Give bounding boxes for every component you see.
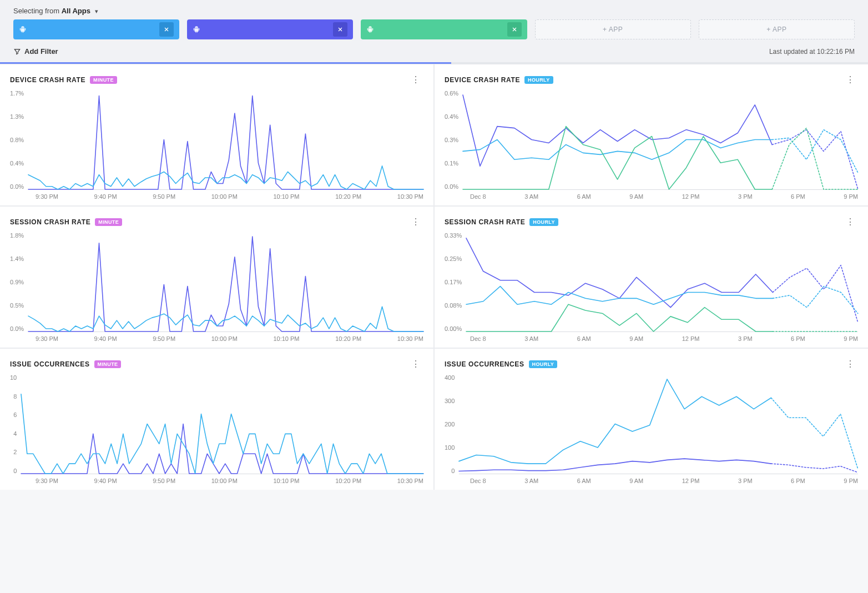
close-icon xyxy=(511,26,518,33)
y-axis: 1086420 xyxy=(10,374,21,474)
y-tick: 0.08% xyxy=(445,302,462,309)
charts-grid: DEVICE CRASH RATEMINUTE⋮1.7%1.3%0.8%0.4%… xyxy=(0,64,868,490)
x-tick: 3 PM xyxy=(738,193,753,200)
last-updated: Last updated at 10:22:16 PM xyxy=(769,48,855,56)
chart-badge: MINUTE xyxy=(95,218,122,226)
x-tick: 10:30 PM xyxy=(397,193,423,200)
x-tick: 9:30 PM xyxy=(36,335,58,342)
x-tick: 6 PM xyxy=(791,193,805,200)
chart-badge: HOURLY xyxy=(529,218,558,226)
chart-header: SESSION CRASH RATEHOURLY⋮ xyxy=(445,215,858,229)
chip-remove-button[interactable] xyxy=(507,22,522,37)
chart-body: 1.8%1.4%0.9%0.5%0.0% xyxy=(10,232,423,332)
selecting-prefix: Selecting from xyxy=(13,7,59,15)
add-filter-button[interactable]: Add Filter xyxy=(24,47,58,56)
chart-menu-button[interactable]: ⋮ xyxy=(842,73,858,87)
series-green xyxy=(466,304,773,331)
last-updated-time: 10:22:16 PM xyxy=(817,48,855,56)
selecting-source: All Apps xyxy=(62,7,90,15)
chart-header: SESSION CRASH RATEMINUTE⋮ xyxy=(10,215,423,229)
close-icon xyxy=(163,26,170,33)
y-tick: 0.1% xyxy=(445,160,458,167)
chip-remove-button[interactable] xyxy=(333,22,347,37)
x-tick: 6 AM xyxy=(577,193,591,200)
chart-card-session_minute: SESSION CRASH RATEMINUTE⋮1.8%1.4%0.9%0.5… xyxy=(0,207,433,348)
chart-menu-button[interactable]: ⋮ xyxy=(408,215,423,229)
x-tick: 9 AM xyxy=(629,335,643,342)
series-blue xyxy=(459,379,771,464)
x-tick: 3 AM xyxy=(524,193,538,200)
x-tick: 9 PM xyxy=(844,193,858,200)
android-icon xyxy=(366,26,374,33)
x-tick: Dec 8 xyxy=(470,478,486,484)
add-app-label: + APP xyxy=(766,26,786,33)
chart-header: DEVICE CRASH RATEMINUTE⋮ xyxy=(10,73,423,87)
chart-plot[interactable] xyxy=(21,374,423,474)
chart-title: ISSUE OCCURRENCES xyxy=(445,360,524,368)
y-axis: 1.8%1.4%0.9%0.5%0.0% xyxy=(10,232,28,332)
y-tick: 0.4% xyxy=(10,160,24,167)
chip-remove-button[interactable] xyxy=(159,22,174,37)
series-blue-forecast xyxy=(771,398,858,469)
app-chip-2[interactable] xyxy=(187,19,353,39)
y-tick: 0.4% xyxy=(445,113,458,120)
x-axis: Dec 83 AM6 AM9 AM12 PM3 PM6 PM9 PM xyxy=(445,474,858,484)
chevron-down-icon: ▾ xyxy=(95,8,98,15)
x-tick: 10:00 PM xyxy=(211,478,238,484)
x-tick: 3 AM xyxy=(524,478,538,484)
chart-body: 0.33%0.25%0.17%0.08%0.00% xyxy=(445,232,858,332)
x-tick: 6 PM xyxy=(791,335,805,342)
x-axis: 9:30 PM9:40 PM9:50 PM10:00 PM10:10 PM10:… xyxy=(10,332,423,342)
x-tick: 6 PM xyxy=(791,478,805,484)
y-tick: 1.4% xyxy=(10,255,24,262)
x-tick: 3 PM xyxy=(738,335,753,342)
x-tick: 12 PM xyxy=(682,478,700,484)
chart-plot[interactable] xyxy=(463,90,858,190)
app-chip-3[interactable] xyxy=(361,19,527,39)
x-tick: 9 PM xyxy=(844,335,858,342)
chart-plot[interactable] xyxy=(459,374,858,474)
add-app-slot-2[interactable]: + APP xyxy=(699,19,855,39)
x-axis: 9:30 PM9:40 PM9:50 PM10:00 PM10:10 PM10:… xyxy=(10,474,423,484)
filter-icon xyxy=(13,48,21,56)
chart-card-device_hourly: DEVICE CRASH RATEHOURLY⋮0.6%0.4%0.3%0.1%… xyxy=(435,64,868,205)
y-tick: 6 xyxy=(13,411,17,418)
chart-body: 1086420 xyxy=(10,374,423,474)
chart-card-device_minute: DEVICE CRASH RATEMINUTE⋮1.7%1.3%0.8%0.4%… xyxy=(0,64,433,205)
chart-body: 4003002001000 xyxy=(445,374,858,474)
y-tick: 0.00% xyxy=(445,325,462,332)
chart-title: ISSUE OCCURRENCES xyxy=(10,360,90,368)
series-blue xyxy=(28,166,423,189)
y-tick: 0.25% xyxy=(445,255,462,262)
series-purple xyxy=(21,424,423,474)
y-tick: 0 xyxy=(451,468,455,474)
x-tick: 10:10 PM xyxy=(273,335,299,342)
series-purple-forecast xyxy=(771,464,858,473)
chart-header: ISSUE OCCURRENCESHOURLY⋮ xyxy=(445,358,858,371)
x-tick: 10:20 PM xyxy=(335,478,361,484)
app-chip-1[interactable] xyxy=(13,19,179,39)
chart-menu-button[interactable]: ⋮ xyxy=(842,358,858,371)
series-purple-forecast xyxy=(773,265,858,323)
series-green-forecast xyxy=(772,128,858,189)
chart-title: SESSION CRASH RATE xyxy=(10,218,90,226)
chart-title: SESSION CRASH RATE xyxy=(445,218,525,226)
y-tick: 1.3% xyxy=(10,113,24,120)
add-app-slot-1[interactable]: + APP xyxy=(535,19,691,39)
chart-plot[interactable] xyxy=(28,90,423,190)
chart-plot[interactable] xyxy=(466,232,858,332)
chart-plot[interactable] xyxy=(28,232,423,332)
x-tick: 10:00 PM xyxy=(211,335,238,342)
chart-menu-button[interactable]: ⋮ xyxy=(842,215,858,229)
chart-menu-button[interactable]: ⋮ xyxy=(408,73,423,87)
y-tick: 400 xyxy=(445,374,455,381)
chart-badge: HOURLY xyxy=(529,360,558,368)
x-tick: 9:40 PM xyxy=(94,478,117,484)
chart-menu-button[interactable]: ⋮ xyxy=(408,358,423,371)
x-tick: 10:30 PM xyxy=(397,478,423,484)
selecting-from[interactable]: Selecting from All Apps ▾ xyxy=(13,7,855,19)
top-filter-bar: Selecting from All Apps ▾ + APP + APP Ad… xyxy=(0,0,868,64)
series-blue xyxy=(463,140,772,160)
x-tick: 9 AM xyxy=(629,193,643,200)
x-tick: 10:10 PM xyxy=(273,478,299,484)
